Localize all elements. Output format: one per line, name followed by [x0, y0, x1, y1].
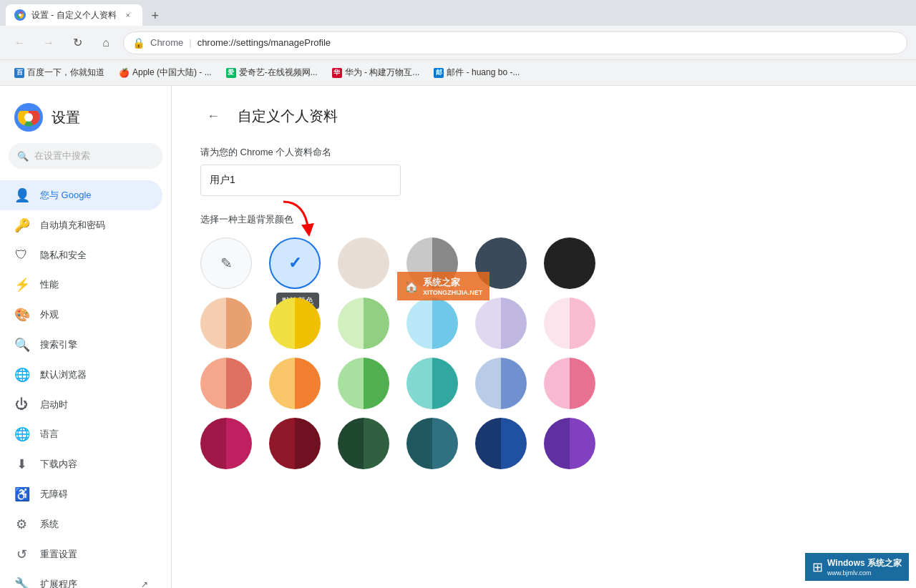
external-link-icon: ↗ — [141, 579, 148, 588]
color-swatch-peach-right — [226, 298, 252, 349]
reset-icon: ↺ — [14, 547, 29, 562]
color-swatch-green-right — [364, 358, 389, 409]
sidebar-item-download[interactable]: ⬇ 下载内容 — [0, 449, 162, 479]
color-swatch-pink-light[interactable] — [544, 298, 595, 349]
sidebar: 设置 🔍 在设置中搜索 👤 您与 Google 🔑 自动填充和密码 🛡 隐私和安… — [0, 86, 172, 588]
sidebar-item-google[interactable]: 👤 您与 Google — [0, 180, 162, 210]
browser-icon: 🌐 — [14, 367, 29, 383]
color-swatch-mint[interactable] — [338, 298, 389, 349]
reload-button[interactable]: ↻ — [66, 31, 89, 54]
color-swatch-orange-left — [269, 358, 295, 409]
svg-point-4 — [24, 113, 33, 122]
address-bar[interactable]: 🔒 Chrome | chrome://settings/manageProfi… — [123, 31, 907, 54]
bookmark-mail-label: 邮件 - huang bo -... — [447, 67, 520, 79]
color-swatch-teal[interactable] — [406, 358, 458, 409]
sidebar-item-google-label: 您与 Google — [40, 189, 92, 202]
sidebar-item-search[interactable]: 🔍 搜索引擎 — [0, 330, 162, 360]
sidebar-item-language[interactable]: 🌐 语言 — [0, 419, 162, 449]
watermark-text: 系统之家 XITONGZHIJIA.NET — [423, 276, 482, 296]
forward-button[interactable]: → — [37, 31, 60, 54]
language-icon: 🌐 — [14, 426, 29, 442]
color-swatch-forest-right — [364, 418, 389, 469]
color-swatch-dark-red-left — [269, 418, 295, 469]
color-swatch-pink-light-left — [544, 298, 570, 349]
sidebar-item-privacy[interactable]: 🛡 隐私和安全 — [0, 240, 162, 270]
color-swatch-black[interactable] — [544, 237, 595, 289]
color-swatch-peach[interactable] — [200, 298, 252, 349]
color-swatch-teal-left — [406, 358, 432, 409]
sidebar-item-appearance[interactable]: 🎨 外观 — [0, 300, 162, 330]
color-swatch-hotpink-left — [544, 358, 570, 409]
sidebar-header: 设置 — [0, 97, 171, 143]
sidebar-item-performance[interactable]: ⚡ 性能 — [0, 270, 162, 300]
sidebar-item-reset-label: 重置设置 — [40, 548, 77, 561]
color-swatch-custom[interactable]: ✎ — [200, 237, 252, 289]
color-swatch-navy[interactable] — [475, 418, 527, 469]
bookmark-baidu[interactable]: 百 百度一下，你就知道 — [9, 64, 110, 82]
sidebar-item-search-label: 搜索引擎 — [40, 338, 77, 351]
color-swatch-orange-right — [295, 358, 321, 409]
color-swatch-green[interactable] — [338, 358, 389, 409]
sidebar-item-accessibility-label: 无障碍 — [40, 488, 68, 501]
tab-close-button[interactable]: × — [122, 9, 134, 21]
sidebar-item-reset[interactable]: ↺ 重置设置 — [0, 539, 162, 569]
person-icon: 👤 — [14, 187, 29, 203]
sidebar-item-browser[interactable]: 🌐 默认浏览器 — [0, 360, 162, 390]
color-swatch-salmon-right — [226, 358, 252, 409]
color-swatch-cornflower[interactable] — [475, 358, 527, 409]
color-swatch-hotpink[interactable] — [544, 358, 595, 409]
bookmark-apple[interactable]: 🍎 Apple (中国大陆) - ... — [113, 64, 218, 82]
watermark-box: 🏠 系统之家 XITONGZHIJIA.NET — [397, 272, 489, 300]
color-swatch-lavender[interactable] — [475, 298, 527, 349]
windows-watermark: ⊞ Windows 系统之家 www.bjmlv.com — [805, 553, 909, 581]
color-swatch-lavender-right — [501, 298, 527, 349]
sidebar-item-autofill[interactable]: 🔑 自动填充和密码 — [0, 210, 162, 240]
color-swatch-default[interactable]: ✓ — [269, 237, 321, 289]
active-tab[interactable]: 设置 - 自定义个人资料 × — [6, 4, 142, 26]
profile-name-input[interactable] — [200, 165, 401, 196]
sidebar-item-extensions-label: 扩展程序 — [40, 578, 77, 588]
color-swatch-dark-red[interactable] — [269, 418, 321, 469]
color-swatch-beige[interactable] — [338, 237, 389, 289]
home-button[interactable]: ⌂ — [94, 31, 117, 54]
sidebar-item-system-label: 系统 — [40, 518, 59, 531]
color-swatch-mint-right — [364, 298, 389, 349]
sidebar-item-extensions[interactable]: 🔧 扩展程序 ↗ — [0, 569, 162, 588]
titlebar: 设置 - 自定义个人资料 × + — [0, 0, 916, 26]
windows-icon: ⊞ — [812, 559, 823, 575]
color-swatch-lavender-left — [475, 298, 501, 349]
back-header: ← 自定义个人资料 — [200, 103, 716, 129]
sidebar-item-accessibility[interactable]: ♿ 无障碍 — [0, 479, 162, 509]
sidebar-item-language-label: 语言 — [40, 428, 59, 441]
sidebar-item-appearance-label: 外观 — [40, 308, 59, 321]
watermark-icon: 🏠 — [404, 280, 419, 293]
color-swatch-forest[interactable] — [338, 418, 389, 469]
bookmark-iqiyi[interactable]: 爱 爱奇艺-在线视频网... — [220, 64, 323, 82]
accessibility-icon: ♿ — [14, 486, 29, 502]
bookmark-mail[interactable]: 邮 邮件 - huang bo -... — [428, 64, 525, 82]
sidebar-item-startup[interactable]: ⏻ 启动时 — [0, 390, 162, 419]
sidebar-search[interactable]: 🔍 在设置中搜索 — [9, 143, 162, 169]
back-button[interactable]: ← — [9, 31, 31, 54]
key-icon: 🔑 — [14, 217, 29, 233]
extensions-icon: 🔧 — [14, 577, 29, 588]
bookmark-huawei[interactable]: 华 华为 - 构建万物互... — [326, 64, 426, 82]
color-swatch-sky[interactable] — [406, 298, 458, 349]
color-swatch-crimson[interactable] — [200, 418, 252, 469]
color-swatch-dark-red-right — [295, 418, 321, 469]
checkmark-icon: ✓ — [288, 254, 301, 273]
sidebar-item-system[interactable]: ⚙ 系统 — [0, 509, 162, 539]
color-swatch-dark-teal[interactable] — [406, 418, 458, 469]
color-swatch-hotpink-right — [570, 358, 595, 409]
sidebar-item-browser-label: 默认浏览器 — [40, 368, 87, 381]
download-icon: ⬇ — [14, 456, 29, 472]
color-swatch-peach-left — [200, 298, 226, 349]
color-swatch-purple[interactable] — [544, 418, 595, 469]
color-swatch-pink-light-right — [570, 298, 595, 349]
back-button[interactable]: ← — [200, 103, 226, 129]
color-swatch-salmon[interactable] — [200, 358, 252, 409]
new-tab-button[interactable]: + — [145, 6, 165, 26]
color-swatch-orange[interactable] — [269, 358, 321, 409]
color-swatch-yellow[interactable] — [269, 298, 321, 349]
address-url: chrome://settings/manageProfile — [198, 37, 331, 48]
